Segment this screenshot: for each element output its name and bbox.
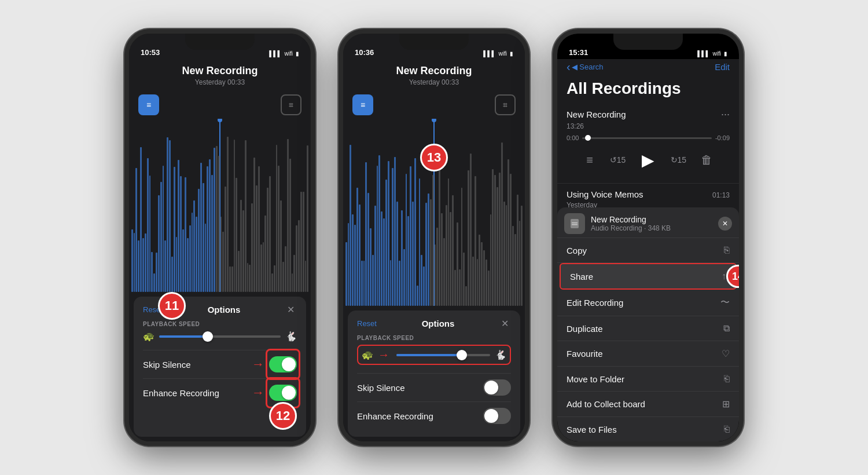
prog-right: -0:09 [715,134,730,141]
playback-label-1: PLAYBACK SPEED [143,321,297,327]
status-time-1: 10:53 [141,48,160,57]
options-header-2: Reset Options ✕ [357,317,511,329]
status-icons-3: ▌▌▌ wifi ▮ [697,50,727,57]
back15-btn[interactable]: ↺15 [608,149,628,170]
recording-screen-1: New Recording Yesterday 00:33 ≡ ⌗ Reset … [129,59,311,441]
copy-icon: ⎘ [724,245,730,255]
skip-silence-toggle-1[interactable] [269,356,297,372]
playback-label-2: PLAYBACK SPEED [357,335,511,341]
progress-row: 0:00 -0:09 [567,134,730,141]
notch-1 [185,34,255,50]
rec-more-1[interactable]: ··· [721,108,730,120]
options-title-2: Options [422,319,455,328]
step-11-badge: 11 [158,292,186,320]
progress-track[interactable] [582,137,712,139]
rec-header-1: New Recording Yesterday 00:33 [129,59,311,91]
speed-row-2: 🐢 → 🐇 [357,345,511,365]
speed-slider-2[interactable] [396,354,490,356]
duplicate-label: Duplicate [567,324,603,334]
all-recordings-screen: ‹ ◀ Search Edit All Recordings New Recor… [557,59,739,441]
share-file-name: New Recording [591,215,712,224]
status-time-3: 15:31 [569,48,588,57]
speed-slider-1[interactable] [159,335,281,338]
skip-silence-row-1: Skip Silence → [143,350,297,378]
fwd15-btn[interactable]: ↻15 [668,149,689,170]
share-sheet: New Recording Audio Recording · 348 KB ✕… [557,207,739,441]
enhance-recording-thumb-1 [282,386,296,400]
share-menu-edit[interactable]: Edit Recording 〜 [557,290,739,316]
battery-icon-1: ▮ [296,50,299,57]
options-title-1: Options [208,305,241,315]
share-menu-share[interactable]: Share ↑ 14 [560,263,737,290]
filter-btn-1[interactable]: ≡ [138,94,159,115]
options-close-1[interactable]: ✕ [285,304,297,315]
notch-2 [399,34,469,50]
share-menu-copy[interactable]: Copy ⎘ [557,238,739,263]
enhance-recording-row-1: Enhance Recording → [143,378,297,407]
nav-edit[interactable]: Edit [715,62,730,72]
notch-3 [613,34,683,50]
collect-icon: ⊞ [722,399,730,410]
back-label[interactable]: ◀ Search [572,63,604,71]
signal-icon-2: ▌▌▌ [483,50,495,57]
step-12-badge: 12 [269,402,297,430]
enhance-recording-thumb-2 [484,409,498,423]
wifi-icon-3: wifi [713,50,721,57]
options-close-2[interactable]: ✕ [499,317,511,329]
play-btn[interactable]: ▶ [635,147,661,173]
rec-toolbar-1: ≡ ⌗ [129,91,311,119]
skip-silence-thumb-1 [282,357,296,371]
share-label: Share [570,272,593,282]
skip-silence-label-2: Skip Silence [357,383,405,393]
share-menu-folder[interactable]: Move to Folder ⎗ [557,367,739,392]
folder-icon: ⎗ [724,374,730,384]
rec-name-2: Using Voice Memos [567,189,643,199]
enhance-recording-arrow-1: → [252,385,264,400]
turtle-icon-1: 🐢 [143,331,155,342]
collect-label: Add to Collect board [567,399,645,409]
speed-arrow: → [378,348,389,361]
rec-item-header-2: Using Voice Memos 01:13 [567,189,730,199]
share-menu-files[interactable]: Save to Files ⎗ [557,417,739,441]
options-panel-1: Reset Options ✕ PLAYBACK SPEED 🐢 🐇 Skip … [134,297,306,437]
wifi-icon-1: wifi [285,50,293,57]
skip-silence-toggle-2[interactable] [483,379,511,396]
signal-icon-1: ▌▌▌ [269,50,281,57]
share-file-info: New Recording Audio Recording · 348 KB [591,215,712,232]
filter-btn-2[interactable]: ≡ [352,94,373,115]
back-chevron[interactable]: ‹ [567,60,571,74]
favourite-label: Favourite [567,349,603,359]
share-menu-duplicate[interactable]: Duplicate ⧉ [557,316,739,341]
files-icon: ⎗ [724,424,730,434]
enhance-recording-row-2: Enhance Recording [357,401,511,430]
rec-subtitle-2: Yesterday 00:33 [355,78,513,86]
crop-btn-1[interactable]: ⌗ [281,94,301,115]
status-icons-2: ▌▌▌ wifi ▮ [483,50,513,57]
battery-icon-2: ▮ [510,50,513,57]
rabbit-icon-2: 🐇 [495,349,506,360]
share-menu-collect[interactable]: Add to Collect board ⊞ [557,392,739,417]
rec-subtitle-1: Yesterday 00:33 [141,78,299,86]
options-reset-2[interactable]: Reset [357,319,377,328]
recording-item-1: New Recording ··· 13:26 0:00 -0:09 ≡ ↺15… [557,103,739,184]
signal-icon-3: ▌▌▌ [697,50,709,57]
prog-left: 0:00 [567,134,579,141]
share-file-icon [564,213,585,234]
rec-dur-2: 01:13 [712,191,730,199]
share-menu-favourite[interactable]: Favourite ♡ [557,341,739,367]
share-close-btn[interactable]: ✕ [718,217,732,231]
lines-btn[interactable]: ≡ [579,149,600,170]
crop-btn-2[interactable]: ⌗ [495,94,516,115]
enhance-recording-toggle-2[interactable] [483,408,511,424]
folder-label: Move to Folder [567,374,624,384]
edit-recording-icon: 〜 [720,297,730,309]
step-14-badge: 14 [726,265,739,288]
speed-row-1: 🐢 🐇 [143,331,297,342]
trash-btn[interactable]: 🗑 [696,149,717,170]
rec-title-1: New Recording [141,65,299,77]
share-file-size: Audio Recording · 348 KB [591,224,712,232]
enhance-recording-toggle-1[interactable] [269,385,297,401]
svg-rect-1 [572,222,578,224]
recording-screen-2: New Recording Yesterday 00:33 ≡ ⌗ Reset … [343,59,525,441]
battery-icon-3: ▮ [724,50,727,57]
